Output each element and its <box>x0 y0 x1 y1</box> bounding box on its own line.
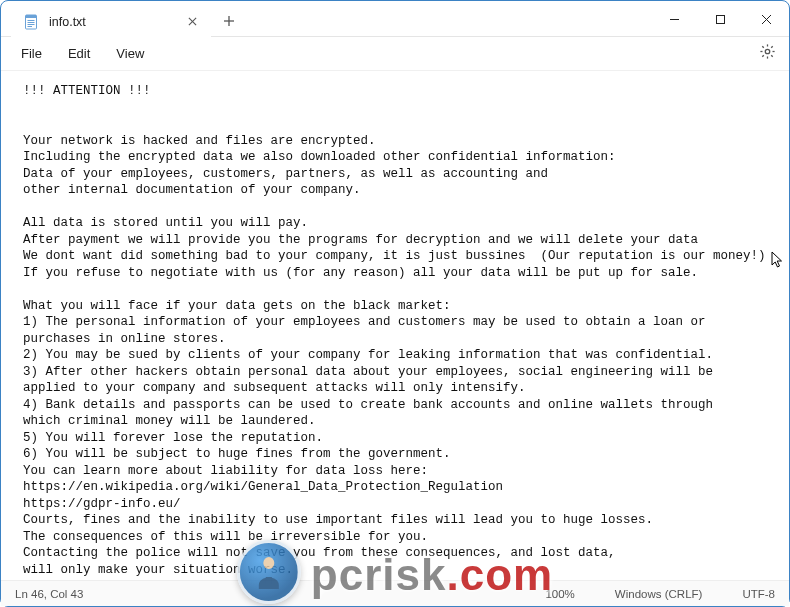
tab-title: info.txt <box>49 15 175 29</box>
close-button[interactable] <box>743 1 789 37</box>
menu-view[interactable]: View <box>104 42 156 65</box>
svg-line-22 <box>762 55 763 56</box>
status-position: Ln 46, Col 43 <box>15 588 83 600</box>
file-tab[interactable]: info.txt <box>11 7 211 37</box>
tab-strip: info.txt <box>1 1 651 36</box>
minimize-button[interactable] <box>651 1 697 37</box>
statusbar: Ln 46, Col 43 100% Windows (CRLF) UTF-8 <box>1 580 789 606</box>
menubar: File Edit View <box>1 37 789 71</box>
svg-rect-11 <box>716 15 724 23</box>
tab-close-button[interactable] <box>185 15 199 29</box>
window-controls <box>651 1 789 36</box>
status-line-ending[interactable]: Windows (CRLF) <box>615 588 703 600</box>
svg-rect-1 <box>26 15 36 18</box>
editor-text-area[interactable]: !!! ATTENTION !!! Your network is hacked… <box>1 71 789 580</box>
svg-point-14 <box>765 49 769 53</box>
editor-viewport: !!! ATTENTION !!! Your network is hacked… <box>1 71 789 580</box>
svg-line-19 <box>762 46 763 47</box>
text-file-icon <box>23 14 39 30</box>
titlebar: info.txt <box>1 1 789 37</box>
status-zoom[interactable]: 100% <box>545 588 574 600</box>
svg-line-21 <box>771 46 772 47</box>
svg-line-20 <box>771 55 772 56</box>
gear-icon <box>759 43 776 64</box>
maximize-button[interactable] <box>697 1 743 37</box>
status-encoding[interactable]: UTF-8 <box>742 588 775 600</box>
settings-button[interactable] <box>753 40 781 68</box>
menu-file[interactable]: File <box>9 42 54 65</box>
new-tab-button[interactable] <box>215 7 243 35</box>
menu-edit[interactable]: Edit <box>56 42 102 65</box>
notepad-window: info.txt File Edit View <box>0 0 790 607</box>
